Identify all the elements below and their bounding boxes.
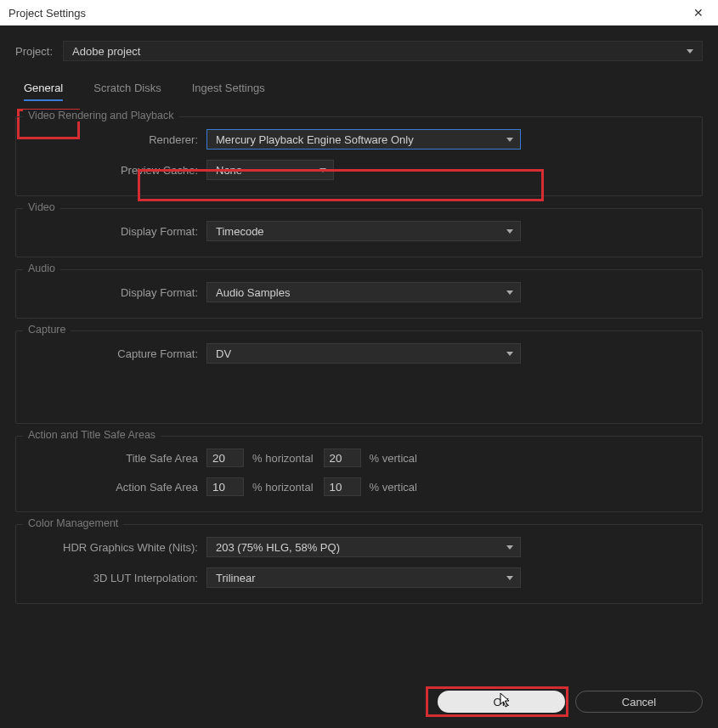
audio-display-format-select[interactable]: Audio Samples: [206, 282, 521, 302]
renderer-select[interactable]: Mercury Playback Engine Software Only: [206, 129, 521, 150]
capture-format-select[interactable]: DV: [206, 343, 521, 364]
project-select[interactable]: Adobe project: [63, 41, 703, 61]
action-safe-v-input[interactable]: [324, 477, 361, 496]
close-icon[interactable]: ✕: [686, 6, 711, 20]
pct-vertical-label: % vertical: [370, 452, 417, 465]
titlebar: Project Settings ✕: [0, 0, 718, 25]
renderer-label: Renderer:: [28, 133, 206, 146]
window-title: Project Settings: [8, 7, 86, 20]
lut-label: 3D LUT Interpolation:: [28, 572, 206, 584]
chevron-down-icon: [319, 168, 326, 172]
preview-cache-value: None: [216, 164, 242, 177]
project-row: Project: Adobe project: [15, 41, 703, 61]
pct-horizontal-label: % horizontal: [252, 452, 314, 465]
title-safe-label: Title Safe Area: [28, 452, 206, 465]
chevron-down-icon: [506, 352, 513, 356]
renderer-value: Mercury Playback Engine Software Only: [216, 133, 414, 146]
capture-format-value: DV: [216, 347, 231, 360]
hdr-value: 203 (75% HLG, 58% PQ): [216, 541, 340, 554]
chevron-down-icon: [506, 545, 513, 550]
hdr-select[interactable]: 203 (75% HLG, 58% PQ): [206, 537, 521, 557]
chevron-down-icon: [506, 576, 513, 580]
section-safe-areas: Action and Title Safe Areas Title Safe A…: [15, 436, 703, 512]
chevron-down-icon: [506, 138, 513, 142]
lut-value: Trilinear: [216, 572, 255, 584]
pct-vertical-label: % vertical: [370, 481, 417, 494]
section-title: Color Management: [23, 517, 123, 529]
preview-cache-label: Preview Cache:: [28, 164, 206, 177]
tab-general[interactable]: General: [24, 82, 63, 101]
video-display-format-value: Timecode: [216, 225, 264, 238]
section-video-rendering: Video Rendering and Playback Renderer: M…: [15, 116, 703, 196]
ok-button[interactable]: OK: [438, 691, 565, 713]
preview-cache-row: Preview Cache: None: [28, 160, 690, 180]
action-safe-h-input[interactable]: [206, 477, 244, 496]
section-capture: Capture Capture Format: DV: [15, 330, 703, 424]
section-audio: Audio Display Format: Audio Samples: [15, 269, 703, 319]
tab-scratch-disks[interactable]: Scratch Disks: [93, 82, 161, 101]
section-title: Capture: [23, 324, 71, 336]
project-value: Adobe project: [72, 45, 140, 58]
section-title: Video Rendering and Playback: [23, 110, 178, 121]
pct-horizontal-label: % horizontal: [252, 481, 314, 494]
dialog-body: Project: Adobe project General Scratch D…: [0, 25, 718, 728]
section-title: Video: [23, 201, 60, 213]
cancel-button[interactable]: Cancel: [575, 691, 703, 713]
chevron-down-icon: [506, 291, 513, 295]
video-display-format-select[interactable]: Timecode: [206, 221, 521, 241]
hdr-label: HDR Graphics White (Nits):: [28, 541, 206, 554]
tabs: General Scratch Disks Ingest Settings: [15, 82, 703, 101]
capture-format-label: Capture Format:: [28, 347, 206, 360]
cancel-button-label: Cancel: [622, 696, 656, 708]
chevron-down-icon: [687, 49, 693, 54]
renderer-row: Renderer: Mercury Playback Engine Softwa…: [28, 129, 690, 150]
preview-cache-select[interactable]: None: [206, 160, 334, 180]
chevron-down-icon: [506, 229, 513, 234]
section-title: Action and Title Safe Areas: [23, 429, 161, 441]
title-safe-h-input[interactable]: [206, 449, 244, 467]
lut-select[interactable]: Trilinear: [206, 567, 521, 588]
title-safe-v-input[interactable]: [324, 449, 361, 467]
section-video: Video Display Format: Timecode: [15, 208, 703, 257]
section-color-management: Color Management HDR Graphics White (Nit…: [15, 524, 703, 604]
project-label: Project:: [15, 45, 53, 58]
tab-ingest-settings[interactable]: Ingest Settings: [192, 82, 265, 101]
footer: OK Cancel: [438, 691, 703, 713]
audio-display-format-label: Display Format:: [28, 286, 206, 299]
ok-button-label: OK: [494, 696, 510, 708]
video-display-format-label: Display Format:: [28, 225, 206, 238]
action-safe-label: Action Safe Area: [28, 481, 206, 494]
audio-display-format-value: Audio Samples: [216, 286, 290, 299]
section-title: Audio: [23, 262, 60, 274]
